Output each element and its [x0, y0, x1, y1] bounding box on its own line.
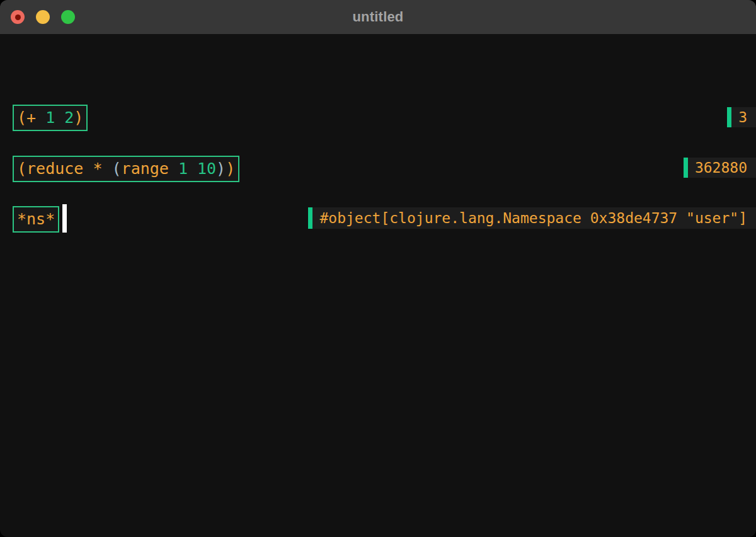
close-button[interactable] — [11, 10, 25, 24]
eval-result-3: #object[clojure.lang.Namespace 0x38de473… — [308, 207, 756, 229]
result-text: 3 — [738, 109, 747, 125]
result-marker-bar — [727, 107, 731, 127]
traffic-lights — [11, 10, 75, 24]
result-marker-bar — [308, 207, 312, 229]
titlebar[interactable]: untitled — [0, 0, 756, 34]
code-cell-3[interactable]: *ns* — [13, 206, 59, 233]
zoom-button[interactable] — [61, 10, 75, 24]
code-token: (+ — [17, 108, 45, 127]
window-title: untitled — [352, 9, 403, 25]
code-token: ) — [74, 108, 83, 127]
code-token: *ns* — [17, 210, 55, 228]
code-token: (reduce * — [17, 159, 112, 178]
eval-result-2: 362880 — [684, 158, 756, 178]
code-token: ) — [216, 159, 226, 178]
code-cell-2[interactable]: (reduce * (range 1 10)) — [13, 156, 239, 182]
result-text: 362880 — [695, 159, 747, 176]
code-token: 1 2 — [45, 108, 74, 127]
result-text: #object[clojure.lang.Namespace 0x38de473… — [319, 210, 747, 226]
minimize-button[interactable] — [36, 10, 50, 24]
text-cursor — [62, 204, 67, 233]
code-token: range — [122, 159, 178, 178]
app-window: untitled (+ 1 2) 3 (reduce * (range 1 10… — [0, 0, 756, 537]
code-token: ) — [226, 159, 235, 178]
code-token: 1 10 — [178, 159, 216, 178]
code-cell-1[interactable]: (+ 1 2) — [13, 105, 88, 131]
eval-result-1: 3 — [727, 107, 756, 127]
result-marker-bar — [684, 158, 688, 178]
document-modified-dot-icon — [15, 14, 21, 20]
code-token: ( — [112, 159, 122, 178]
